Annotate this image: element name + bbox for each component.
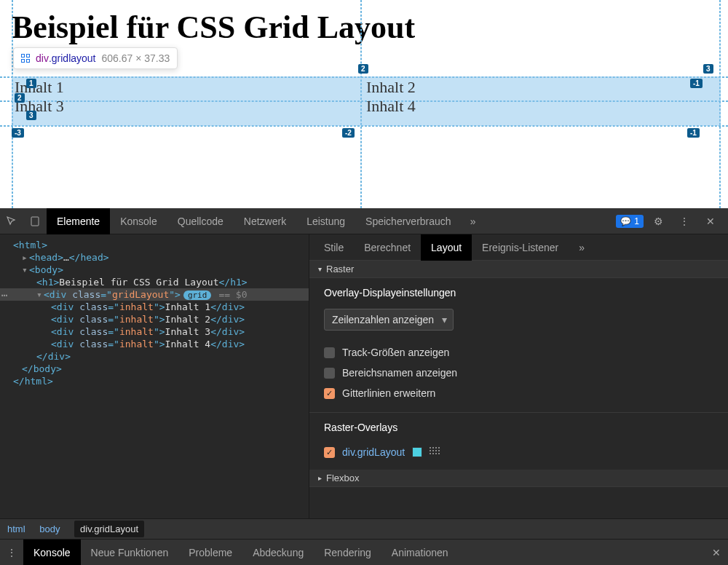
devtools-tabbar: Elemente Konsole Quellcode Netzwerk Leis… xyxy=(0,208,728,234)
chk-extend-lines[interactable]: ✓Gitterlinien erweitern xyxy=(324,383,713,403)
drawer-tab-problems[interactable]: Probleme xyxy=(178,540,242,566)
section-raster[interactable]: ▾Raster xyxy=(309,261,728,278)
tab-berechnet[interactable]: Berechnet xyxy=(354,234,421,261)
grid-cell: Inhalt 2 xyxy=(366,78,718,97)
grid-cell: Inhalt 3 xyxy=(15,97,366,116)
gear-icon[interactable]: ⚙ xyxy=(646,208,670,234)
line-number: 2 xyxy=(358,64,368,74)
line-numbers-select[interactable]: Zeilenzahlen anzeigen xyxy=(324,309,454,331)
page-title: Beispiel für CSS Grid Layout xyxy=(12,9,716,46)
section-flexbox[interactable]: ▸Flexbox xyxy=(309,470,728,487)
drawer-tab-newfn[interactable]: Neue Funktionen xyxy=(81,540,179,566)
inspect-icon[interactable] xyxy=(0,208,23,234)
tab-memory[interactable]: Speicherverbrauch xyxy=(355,208,462,234)
chk-area-names[interactable]: Bereichsnamen anzeigen xyxy=(324,363,713,383)
breadcrumb: html body div.gridLayout xyxy=(0,518,728,539)
more-tabs-icon[interactable]: » xyxy=(462,208,485,234)
line-number: 2 xyxy=(15,93,25,103)
tab-sources[interactable]: Quellcode xyxy=(167,208,234,234)
breadcrumb-div[interactable]: div.gridLayout xyxy=(74,521,144,537)
drawer-tab-console[interactable]: Konsole xyxy=(23,540,81,566)
tab-console[interactable]: Konsole xyxy=(110,208,167,234)
grid-cell: Inhalt 1 xyxy=(15,78,366,97)
overlay-options-icon[interactable] xyxy=(430,447,441,457)
more-tabs-icon[interactable]: » xyxy=(569,234,595,261)
breadcrumb-html[interactable]: html xyxy=(7,523,25,534)
line-number: -3 xyxy=(12,128,24,138)
kebab-icon[interactable]: ⋮ xyxy=(0,540,23,566)
drawer-tab-rendering[interactable]: Rendering xyxy=(314,540,381,566)
grid-cell: Inhalt 4 xyxy=(366,97,718,116)
line-number: 3 xyxy=(26,111,36,120)
breadcrumb-body[interactable]: body xyxy=(39,523,60,534)
drawer-tab-animations[interactable]: Animationen xyxy=(381,540,459,566)
selected-node[interactable]: ▾<div class="gridLayout">grid== $0 xyxy=(0,288,309,301)
issues-badge[interactable]: 💬 1 xyxy=(616,215,644,228)
tab-network[interactable]: Netzwerk xyxy=(234,208,296,234)
overlay-color-swatch[interactable] xyxy=(412,447,422,457)
grid-icon xyxy=(21,54,30,63)
close-icon[interactable]: ✕ xyxy=(699,208,722,234)
page-viewport: Beispiel für CSS Grid Layout div.gridlay… xyxy=(0,0,728,208)
grid-badge[interactable]: grid xyxy=(183,291,212,300)
drawer-tabs: ⋮ Konsole Neue Funktionen Probleme Abdec… xyxy=(0,539,728,565)
close-icon[interactable]: ✕ xyxy=(705,540,728,566)
line-number: -2 xyxy=(342,128,355,138)
overlay-element-link[interactable]: div.gridLayout xyxy=(342,446,405,458)
styles-panel: Stile Berechnet Layout Ereignis-Listener… xyxy=(309,234,728,518)
line-number: -1 xyxy=(690,79,703,88)
devtools: Elemente Konsole Quellcode Netzwerk Leis… xyxy=(0,208,728,565)
overlay-checkbox[interactable]: ✓ xyxy=(324,447,335,458)
tab-ereignis[interactable]: Ereignis-Listener xyxy=(472,234,569,261)
grid-overlay: Inhalt 1 Inhalt 2 Inhalt 3 Inhalt 4 xyxy=(12,76,721,126)
raster-overlays-header: Raster-Overlays xyxy=(324,422,713,433)
dom-tree[interactable]: <html> ▸<head>…</head> ▾<body> <h1>Beisp… xyxy=(0,234,309,518)
kebab-icon[interactable]: ⋮ xyxy=(673,208,696,234)
overlay-settings-header: Overlay-Displayeinstellungen xyxy=(324,287,713,299)
tab-elements[interactable]: Elemente xyxy=(47,208,110,234)
svg-rect-0 xyxy=(31,217,39,226)
tab-stile[interactable]: Stile xyxy=(314,234,354,261)
drawer-tab-coverage[interactable]: Abdeckung xyxy=(242,540,314,566)
chk-track-sizes[interactable]: Track-Größen anzeigen xyxy=(324,342,713,363)
line-number: 1 xyxy=(26,79,36,88)
element-tooltip: div.gridlayout 606.67 × 37.33 xyxy=(13,47,178,69)
device-icon[interactable] xyxy=(23,208,47,234)
tab-performance[interactable]: Leistung xyxy=(296,208,355,234)
line-number: -1 xyxy=(687,128,700,138)
tab-layout[interactable]: Layout xyxy=(421,234,472,261)
line-number: 3 xyxy=(703,64,713,74)
